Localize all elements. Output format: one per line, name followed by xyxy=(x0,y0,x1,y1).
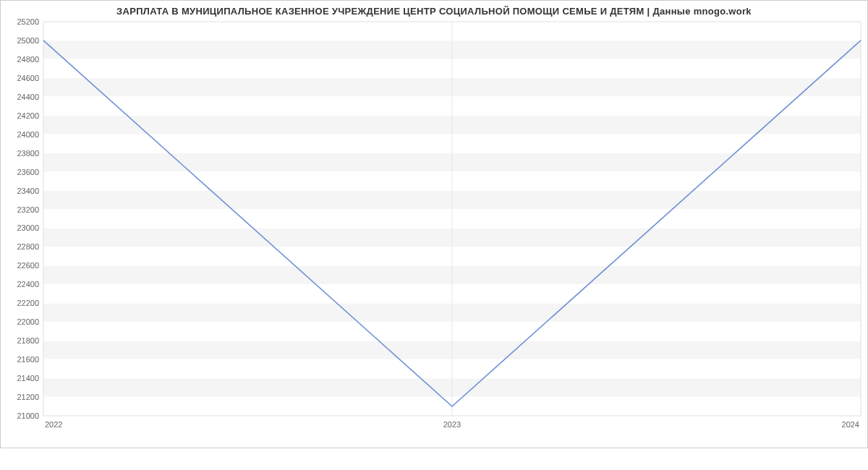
y-tick-label: 22000 xyxy=(17,317,39,326)
y-tick-label: 23600 xyxy=(17,168,39,176)
y-tick-label: 24400 xyxy=(17,93,39,101)
y-tick-label: 22800 xyxy=(17,242,39,251)
y-tick-label: 24000 xyxy=(17,130,39,139)
y-tick-label: 24600 xyxy=(17,74,39,82)
y-tick-label: 24800 xyxy=(17,55,39,64)
y-tick-label: 22600 xyxy=(17,261,39,270)
x-tick-label: 2022 xyxy=(45,420,62,429)
y-tick-label: 21000 xyxy=(17,411,39,420)
y-tick-label: 21200 xyxy=(17,393,39,401)
x-tick-label: 2023 xyxy=(443,420,461,429)
y-tick-label: 24200 xyxy=(17,111,39,120)
y-tick-label: 23800 xyxy=(17,149,39,158)
y-tick-label: 21800 xyxy=(17,336,39,345)
y-tick-label: 23000 xyxy=(17,223,39,232)
y-tick-label: 23200 xyxy=(17,205,39,214)
y-tick-label: 21600 xyxy=(17,355,39,364)
chart-svg: 2100021200214002160021800220002220022400… xyxy=(0,0,868,448)
x-tick-label: 2024 xyxy=(842,420,859,429)
y-tick-label: 25200 xyxy=(17,17,39,26)
y-tick-label: 22400 xyxy=(17,280,39,289)
y-tick-label: 23400 xyxy=(17,187,39,195)
y-tick-label: 21400 xyxy=(17,374,39,383)
y-tick-label: 25000 xyxy=(17,36,39,45)
chart-container: ЗАРПЛАТА В МУНИЦИПАЛЬНОЕ КАЗЕННОЕ УЧРЕЖД… xyxy=(0,0,868,448)
y-tick-label: 22200 xyxy=(17,299,39,307)
